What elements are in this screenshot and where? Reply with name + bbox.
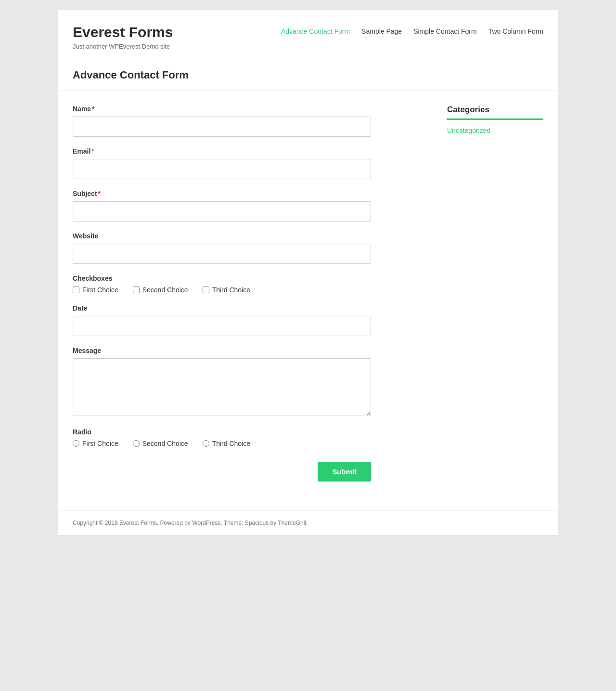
website-label: Website — [73, 232, 428, 240]
radio-second-choice[interactable]: Second Choice — [133, 440, 188, 447]
radio-field-group: Radio First Choice Second Choice Third C… — [73, 428, 428, 447]
checkbox-second-input[interactable] — [133, 287, 140, 293]
name-field-group: Name* — [73, 105, 428, 137]
site-title: Everest Forms — [73, 24, 173, 41]
name-required: * — [92, 105, 94, 113]
date-field-group: Date — [73, 304, 428, 336]
website-field-group: Website — [73, 232, 428, 264]
form-area: Name* Email* Subject* Website — [73, 105, 428, 482]
nav-simple-contact-form[interactable]: Simple Contact Form — [413, 27, 476, 35]
checkbox-second-choice[interactable]: Second Choice — [133, 286, 188, 294]
name-input[interactable] — [73, 117, 371, 137]
email-label: Email* — [73, 147, 428, 155]
subject-field-group: Subject* — [73, 190, 428, 222]
checkbox-third-label: Third Choice — [212, 286, 250, 294]
radio-second-input[interactable] — [133, 440, 140, 447]
site-tagline: Just another WPEverest Demo site — [73, 43, 173, 50]
checkbox-third-input[interactable] — [203, 287, 209, 293]
radio-third-input[interactable] — [203, 440, 209, 447]
page-wrapper: Everest Forms Just another WPEverest Dem… — [58, 10, 558, 535]
checkboxes-label: Checkboxes — [73, 274, 428, 282]
submit-row: Submit — [73, 462, 371, 482]
name-label: Name* — [73, 105, 428, 113]
sidebar-uncategorized-link[interactable]: Uncategorized — [447, 127, 543, 134]
checkbox-first-label: First Choice — [82, 286, 118, 294]
main-content: Name* Email* Subject* Website — [58, 91, 558, 510]
message-field-group: Message — [73, 347, 428, 417]
checkbox-first-input[interactable] — [73, 287, 79, 293]
radio-label: Radio — [73, 428, 428, 436]
submit-button[interactable]: Submit — [318, 462, 371, 482]
radio-first-label: First Choice — [82, 440, 118, 447]
email-required: * — [91, 147, 94, 155]
radio-third-choice[interactable]: Third Choice — [203, 440, 250, 447]
checkboxes-field-group: Checkboxes First Choice Second Choice Th… — [73, 274, 428, 294]
site-header: Everest Forms Just another WPEverest Dem… — [58, 10, 558, 60]
sidebar-title: Categories — [447, 105, 543, 120]
email-input[interactable] — [73, 159, 371, 179]
subject-label: Subject* — [73, 190, 428, 197]
sidebar: Categories Uncategorized — [447, 105, 543, 482]
nav-advance-contact-form[interactable]: Advance Contact Form — [281, 27, 350, 35]
site-nav: Advance Contact Form Sample Page Simple … — [281, 24, 543, 35]
checkbox-first-choice[interactable]: First Choice — [73, 286, 118, 294]
date-label: Date — [73, 304, 428, 312]
subject-required: * — [98, 190, 101, 197]
site-footer: Copyright © 2018 Everest Forms. Powered … — [58, 510, 558, 535]
radio-second-label: Second Choice — [142, 440, 188, 447]
checkbox-third-choice[interactable]: Third Choice — [203, 286, 250, 294]
site-branding: Everest Forms Just another WPEverest Dem… — [73, 24, 173, 50]
message-label: Message — [73, 347, 428, 354]
radio-first-choice[interactable]: First Choice — [73, 440, 118, 447]
checkboxes-row: First Choice Second Choice Third Choice — [73, 286, 428, 294]
footer-text: Copyright © 2018 Everest Forms. Powered … — [73, 520, 308, 526]
date-input[interactable] — [73, 316, 371, 336]
website-input[interactable] — [73, 244, 371, 264]
message-input[interactable] — [73, 358, 371, 416]
radio-third-label: Third Choice — [212, 440, 250, 447]
page-title-bar: Advance Contact Form — [58, 60, 558, 91]
checkbox-second-label: Second Choice — [142, 286, 188, 294]
email-field-group: Email* — [73, 147, 428, 179]
subject-input[interactable] — [73, 201, 371, 222]
radio-row: First Choice Second Choice Third Choice — [73, 440, 428, 447]
nav-sample-page[interactable]: Sample Page — [361, 27, 402, 35]
page-title: Advance Contact Form — [73, 69, 543, 81]
nav-two-column-form[interactable]: Two Column Form — [488, 27, 543, 35]
radio-first-input[interactable] — [73, 440, 79, 447]
